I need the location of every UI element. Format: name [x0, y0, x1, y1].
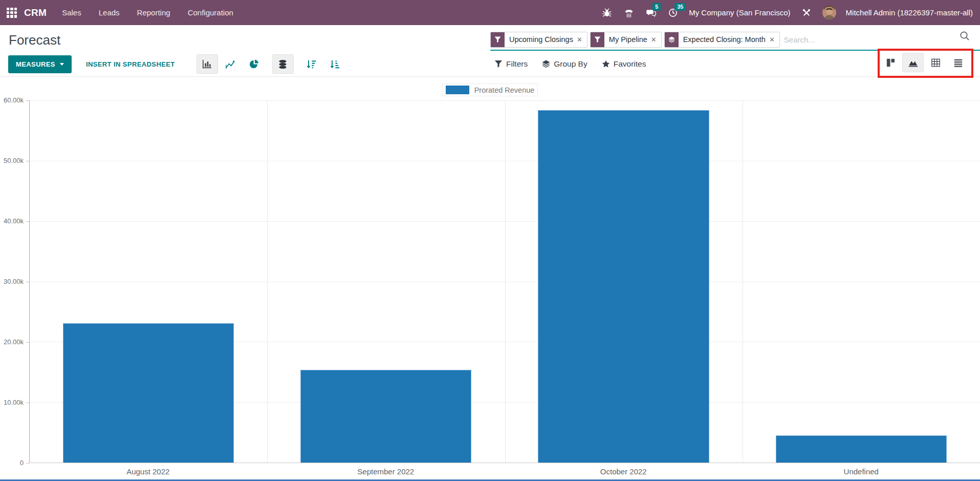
search-icon[interactable]	[959, 30, 970, 44]
topbar-systray: 5 35 My Company (San Francisco) Mitchell…	[601, 6, 980, 19]
filter-icon	[491, 32, 505, 47]
legend-label: Prorated Revenue	[474, 86, 535, 94]
kanban-view-button[interactable]	[880, 53, 901, 72]
legend-swatch	[446, 86, 469, 94]
activities-clock-icon[interactable]: 35	[667, 7, 679, 19]
x-axis-category-label: Undefined	[743, 467, 980, 476]
facet-my-pipeline[interactable]: My Pipeline ✕	[590, 32, 662, 48]
view-switcher	[880, 53, 969, 72]
pie-chart-button[interactable]	[244, 54, 265, 74]
vertical-gridline	[743, 100, 743, 463]
menu-configuration[interactable]: Configuration	[188, 8, 233, 17]
app-name[interactable]: CRM	[24, 7, 47, 18]
user-avatar[interactable]	[822, 6, 836, 19]
menu-leads[interactable]: Leads	[99, 8, 120, 17]
top-menu: Sales Leads Reporting Configuration	[62, 8, 233, 17]
apps-menu-icon[interactable]	[7, 8, 17, 18]
pivot-view-button[interactable]	[925, 53, 946, 72]
bar-august-2022[interactable]	[63, 323, 234, 463]
messages-badge: 5	[652, 3, 661, 11]
y-axis: 010.00k20.00k30.00k40.00k50.00k60.00k	[0, 100, 29, 463]
star-icon	[602, 60, 610, 68]
chart-type-buttons	[197, 54, 346, 74]
measures-button[interactable]: MEASURES	[8, 55, 72, 73]
x-axis-labels: August 2022September 2022October 2022Und…	[29, 467, 980, 479]
plot-area	[29, 100, 980, 463]
list-icon	[953, 57, 964, 68]
stacked-button[interactable]	[272, 54, 294, 74]
bug-icon[interactable]	[601, 7, 613, 19]
filter-icon	[494, 60, 503, 68]
bar-undefined[interactable]	[776, 435, 947, 463]
layers-icon	[542, 60, 550, 68]
messages-icon[interactable]: 5	[645, 7, 657, 19]
toolbar: MEASURES INSERT IN SPREADSHEET	[0, 51, 980, 77]
y-axis-tick-label: 60.00k	[4, 96, 24, 104]
kanban-icon	[885, 57, 896, 68]
chevron-down-icon	[60, 63, 64, 66]
graph-icon	[908, 57, 919, 68]
sort-ascending-button[interactable]	[324, 54, 346, 74]
voip-phone-icon[interactable]	[623, 7, 635, 19]
search-bar: Upcoming Closings ✕ My Pipeline ✕ Expect…	[490, 29, 980, 51]
y-axis-tick-label: 0	[20, 459, 24, 467]
y-axis-tick-label: 20.00k	[4, 338, 24, 346]
graph-view-button[interactable]	[902, 53, 924, 72]
y-axis-tick-label: 50.00k	[4, 157, 24, 164]
filter-icon	[591, 32, 604, 47]
company-switcher[interactable]: My Company (San Francisco)	[689, 8, 790, 17]
tools-icon[interactable]	[800, 7, 813, 19]
chart-legend: Prorated Revenue	[0, 83, 980, 96]
facet-upcoming-closings[interactable]: Upcoming Closings ✕	[490, 32, 587, 48]
sort-descending-button[interactable]	[301, 54, 322, 74]
facet-remove-icon[interactable]: ✕	[769, 32, 779, 47]
menu-sales[interactable]: Sales	[62, 8, 81, 17]
menu-reporting[interactable]: Reporting	[137, 8, 170, 17]
filters-button[interactable]: Filters	[494, 59, 528, 69]
user-menu[interactable]: Mitchell Admin (18226397-master-all)	[846, 8, 973, 17]
favorites-button[interactable]: Favorites	[602, 59, 646, 69]
facet-remove-icon[interactable]: ✕	[651, 32, 661, 47]
control-panel: Forecast Upcoming Closings ✕ My Pipeline…	[0, 25, 980, 77]
insert-in-spreadsheet-button[interactable]: INSERT IN SPREADSHEET	[86, 60, 175, 68]
search-input[interactable]	[784, 35, 953, 44]
facet-expected-closing[interactable]: Expected Closing: Month ✕	[664, 32, 780, 48]
bar-chart-button[interactable]	[197, 54, 218, 74]
top-navbar: CRM Sales Leads Reporting Configuration …	[0, 0, 980, 25]
page-title: Forecast	[9, 32, 60, 48]
legend-item[interactable]: Prorated Revenue	[442, 83, 538, 96]
x-axis-category-label: October 2022	[505, 467, 743, 476]
bar-october-2022[interactable]	[538, 110, 709, 463]
y-axis-tick-label: 30.00k	[4, 278, 24, 285]
x-axis-category-label: August 2022	[29, 467, 267, 476]
y-axis-tick-label: 10.00k	[4, 399, 24, 406]
y-axis-tick	[26, 463, 29, 464]
y-axis-tick-label: 40.00k	[4, 217, 24, 225]
graph-view: Prorated Revenue 010.00k20.00k30.00k40.0…	[0, 77, 980, 481]
search-options: Filters Group By Favorites	[494, 51, 646, 77]
layers-icon	[665, 32, 679, 47]
list-view-button[interactable]	[947, 53, 969, 72]
facet-remove-icon[interactable]: ✕	[577, 32, 587, 47]
bar-september-2022[interactable]	[300, 370, 471, 463]
pivot-icon	[930, 57, 941, 68]
line-chart-button[interactable]	[220, 54, 242, 74]
x-axis-category-label: September 2022	[267, 467, 505, 476]
activities-badge: 35	[674, 3, 686, 11]
search-facets: Upcoming Closings ✕ My Pipeline ✕ Expect…	[490, 32, 780, 48]
vertical-gridline	[267, 100, 268, 463]
group-by-button[interactable]: Group By	[542, 59, 587, 69]
vertical-gridline	[505, 100, 506, 463]
